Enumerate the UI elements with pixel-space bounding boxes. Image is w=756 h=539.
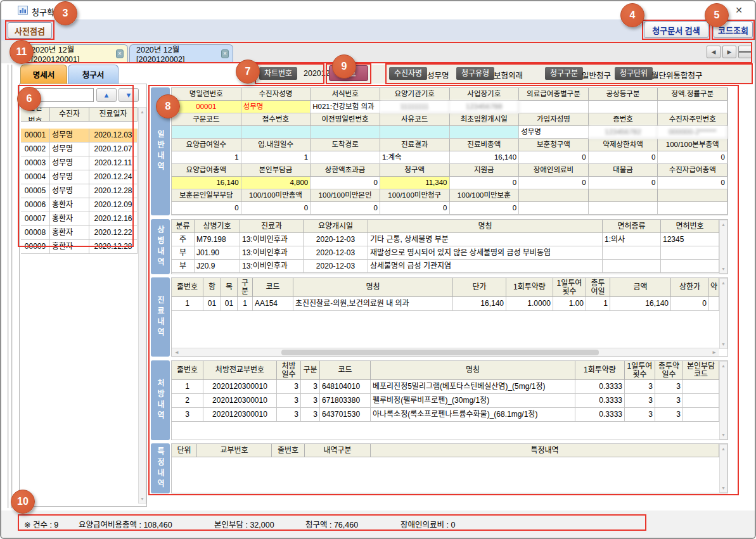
field-value[interactable]: 4,800 (241, 177, 311, 189)
field-label: 증번호 (589, 113, 658, 126)
disease-row[interactable]: 부 J20.9 13:이비인후과 2020-12-03 상세불명의 급성 기관지… (172, 260, 719, 273)
field-value[interactable] (311, 126, 380, 139)
claim-doc-search-button[interactable]: 청구문서 검색 (644, 22, 708, 38)
cell-patient: 홍환자 (50, 240, 89, 254)
field-value[interactable]: 16,140 (172, 177, 241, 189)
search-input[interactable] (23, 88, 94, 102)
cell-cap-price: 0 (671, 297, 709, 311)
toolbar (1, 19, 755, 41)
treatment-scrollbar[interactable]: ▲▼ (719, 278, 727, 349)
disease-row[interactable]: 부 J01.90 13:이비인후과 2020-12-03 재발성으로 명시되어 … (172, 246, 719, 260)
field-label: 상한액초과금 (311, 164, 380, 177)
field-value[interactable]: 성무명 (241, 101, 311, 113)
statement-row[interactable]: 00002 성무명 2020.12.07 (21, 143, 138, 156)
splitter-groove[interactable] (11, 65, 13, 508)
statement-row[interactable]: 00007 홍환자 2020.12.16 (21, 212, 138, 226)
chart-button[interactable]: 차트 (329, 65, 368, 81)
claim-type-label: 청구유형 (456, 67, 494, 80)
field-value[interactable]: 11,340 (380, 177, 450, 189)
field-value[interactable]: 0 (450, 177, 520, 189)
treatment-hscrollbar[interactable]: ◄ ► (172, 348, 719, 356)
field-value[interactable] (519, 101, 589, 113)
field-value[interactable]: 0 (241, 202, 311, 215)
field-value[interactable]: 1:계속 (380, 151, 450, 164)
statement-row[interactable]: 00005 성무명 2020.12.28 (21, 184, 138, 198)
disease-row[interactable]: 주 M79.198 13:이비인후과 2020-12-03 기타 근통, 상세불… (172, 233, 719, 246)
tab-close-icon[interactable]: × (116, 49, 124, 58)
field-value[interactable] (658, 202, 727, 215)
prescription-row[interactable]: 2 2020120300010 3 3 671803380 펠루비정(펠루비프로… (172, 394, 719, 408)
scroll-left-icon[interactable]: ◄ (174, 350, 179, 355)
field-value[interactable]: 1 (172, 151, 241, 164)
prescription-scrollbar[interactable]: ▲▼ (719, 361, 727, 440)
field-value[interactable] (658, 101, 727, 113)
field-value[interactable]: 123456788 (450, 101, 520, 113)
field-value[interactable]: 11111111 (380, 101, 450, 113)
special-scrollbar[interactable]: ▲▼ (719, 444, 727, 493)
field-value[interactable]: 0 (519, 177, 589, 189)
prescription-row[interactable]: 3 2020120300010 3 3 643701530 아나록소정(록소프로… (172, 408, 719, 422)
tab-list-icon[interactable] (738, 46, 752, 58)
field-value[interactable] (241, 126, 311, 139)
field-value[interactable]: 000000-2****** (658, 126, 727, 139)
field-value[interactable]: 성무명 (519, 126, 589, 139)
field-value[interactable]: H021:건강보험 의과 (311, 101, 380, 113)
close-button[interactable]: ✕ (730, 4, 748, 16)
special-table: 단위교부번호줄번호내역구분특정내역 ▲▼ (171, 443, 728, 493)
doc-tab-202012-1[interactable]: 2020년 12월 [2020120001] × (24, 44, 128, 62)
field-value[interactable]: 0 (311, 202, 380, 215)
field-value[interactable]: 0 (380, 202, 450, 215)
tab-prev-icon[interactable]: ◀ (707, 46, 721, 58)
move-down-icon[interactable]: ▼ (119, 88, 139, 102)
field-value[interactable]: 0 (658, 151, 727, 164)
field-value[interactable]: 16,140 (450, 151, 520, 164)
list-scrollbar[interactable]: ▲▼ (138, 107, 146, 504)
field-value[interactable] (172, 126, 241, 139)
scroll-thumb[interactable] (281, 350, 599, 355)
tab-claim-form[interactable]: 청구서 (68, 65, 119, 84)
field-value[interactable]: 0 (658, 177, 727, 189)
field-value[interactable]: 0 (450, 202, 520, 215)
treatment-row[interactable]: 1 01 01 1 AA154 초진진찰료-의원,보건의료원 내 의과 16,1… (172, 297, 719, 311)
field-value[interactable] (589, 202, 658, 215)
field-value[interactable]: 0 (589, 151, 658, 164)
field-value[interactable]: 0 (172, 202, 241, 215)
cell-serial: 00002 (21, 143, 50, 156)
statement-row[interactable]: 00006 홍환자 2020.12.09 (21, 198, 138, 212)
column-header: 처방전교부번호 (203, 361, 277, 380)
field-value[interactable] (519, 202, 589, 215)
statement-row[interactable]: 00004 성무명 2020.12.24 (21, 170, 138, 184)
tab-next-icon[interactable]: ▶ (722, 46, 736, 58)
tab-close-icon[interactable]: × (221, 49, 229, 58)
field-value[interactable] (311, 151, 380, 164)
column-header: 구분 (301, 361, 320, 380)
prescription-row[interactable]: 1 2020120300010 3 3 648104010 베포리진정5밀리그램… (172, 380, 719, 394)
cell-disease-code: J20.9 (195, 260, 240, 273)
field-value[interactable] (589, 101, 658, 113)
list-header-row: 일련 번호수진자진료일자 (21, 107, 138, 129)
scroll-right-icon[interactable]: ► (712, 350, 717, 355)
field-value[interactable]: 0 (589, 177, 658, 189)
field-value[interactable] (450, 126, 520, 139)
field-value[interactable]: 00001 (172, 101, 241, 113)
statement-row[interactable]: 00008 홍환자 2020.12.22 (21, 226, 138, 240)
field-value[interactable]: 1 (241, 151, 311, 164)
field-value[interactable]: 123456782 (589, 126, 658, 139)
disease-scrollbar[interactable]: ▲▼ (719, 220, 727, 274)
doc-tab-202012-2[interactable]: 2020년 12월 [2020120002] × (129, 44, 233, 62)
cell-daily-count: 3 (625, 394, 655, 408)
field-value[interactable]: 0 (311, 177, 380, 189)
move-up-icon[interactable]: ▲ (96, 88, 117, 102)
column-header: 일련 번호 (21, 108, 50, 122)
statement-row[interactable]: 00001 성무명 2020.12.03 (21, 129, 138, 143)
tab-detail-statement[interactable]: 명세서 (20, 65, 67, 84)
field-value[interactable]: 0 (519, 151, 589, 164)
statement-row[interactable]: 00009 홍환자 2020.12.28 (21, 240, 138, 254)
field-value[interactable] (380, 126, 450, 139)
statement-row[interactable]: 00003 성무명 2020.12.11 (21, 156, 138, 170)
minimize-button[interactable]: – (702, 4, 720, 16)
precheck-button[interactable]: 사전점검 (8, 22, 52, 39)
splitter-groove[interactable] (8, 65, 10, 508)
code-lookup-button[interactable]: 코드조회 (714, 22, 753, 38)
general-grid: 명일련번호수진자성명서식번호요양기관기호사업장기호의료급여종별구분공상등구분정액… (171, 87, 728, 215)
